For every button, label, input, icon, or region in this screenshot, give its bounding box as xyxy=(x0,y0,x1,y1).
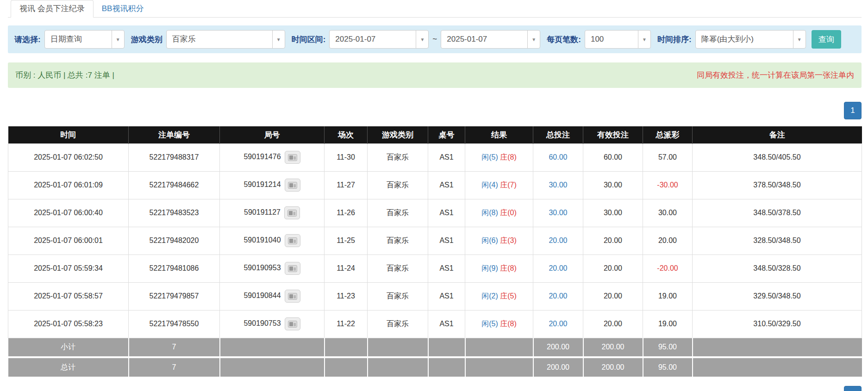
total-bet-link[interactable]: 20.00 xyxy=(549,236,567,244)
date-to-value: 2025-01-07 xyxy=(441,31,527,48)
total-bet-link[interactable]: 30.00 xyxy=(549,209,567,217)
cell-total-bet: 30.00 xyxy=(533,171,583,199)
cell-total-bet: 20.00 xyxy=(533,310,583,338)
total-row-label: 总计 xyxy=(8,357,129,377)
result-banker: 庄(3) xyxy=(500,236,517,244)
total-row-payout: 95.00 xyxy=(643,357,693,377)
select-mode-label: 请选择: xyxy=(14,34,41,45)
table-row: 2025-01-07 05:59:34522179481086590190953… xyxy=(8,254,862,282)
round-number: 590190953 xyxy=(244,264,281,272)
round-replay-button[interactable] xyxy=(285,317,300,330)
total-bet-link[interactable]: 60.00 xyxy=(549,153,567,161)
column-header: 游戏类别 xyxy=(368,126,428,143)
cell-result: 闲(6) 庄(3) xyxy=(465,227,533,254)
tab-label: BB视讯积分 xyxy=(102,4,144,13)
result-player: 闲(2) xyxy=(481,292,498,300)
date-to-select[interactable]: 2025-01-07 ▼ xyxy=(441,30,540,49)
result-player: 闲(4) xyxy=(481,181,498,189)
cell-round: 590190953 xyxy=(220,254,325,282)
game-type-value: 百家乐 xyxy=(167,31,272,48)
page-size-select[interactable]: 100 ▼ xyxy=(585,30,651,49)
cell-session: 11-24 xyxy=(325,254,368,282)
round-replay-button[interactable] xyxy=(284,206,300,219)
cell-game-type: 百家乐 xyxy=(368,227,428,254)
query-mode-value: 日期查询 xyxy=(45,31,112,48)
table-row: 2025-01-07 06:00:40522179483523590191127… xyxy=(8,199,862,227)
chevron-down-icon: ▼ xyxy=(793,31,806,48)
sort-order-select[interactable]: 降幂(由大到小) ▼ xyxy=(695,30,806,49)
cell-payout: 19.00 xyxy=(643,310,693,338)
cell-session: 11-22 xyxy=(325,310,368,338)
total-row-count: 7 xyxy=(129,357,220,377)
subtotal-row-label: 小计 xyxy=(8,338,129,357)
column-header: 总投注 xyxy=(533,126,583,143)
round-replay-button[interactable] xyxy=(285,179,300,192)
replay-icon xyxy=(288,321,297,328)
empty-cell xyxy=(220,357,325,377)
chevron-down-icon: ▼ xyxy=(272,31,285,48)
column-header: 桌号 xyxy=(428,126,465,143)
total-bet-link[interactable]: 20.00 xyxy=(549,264,567,272)
cell-remark: 310.50/329.50 xyxy=(693,310,862,338)
table-row: 2025-01-07 05:58:23522179478550590190753… xyxy=(8,310,862,338)
column-header: 结果 xyxy=(465,126,533,143)
cell-remark: 348.50/378.50 xyxy=(693,199,862,227)
empty-cell xyxy=(428,338,465,357)
cell-total-bet: 20.00 xyxy=(533,227,583,254)
cell-remark: 328.50/348.50 xyxy=(693,227,862,254)
cell-remark: 329.50/348.50 xyxy=(693,282,862,310)
result-player: 闲(9) xyxy=(481,264,498,272)
cell-round: 590190753 xyxy=(220,310,325,338)
total-bet-link[interactable]: 20.00 xyxy=(549,320,567,328)
total-bet-link[interactable]: 20.00 xyxy=(549,292,567,300)
round-replay-button[interactable] xyxy=(285,262,300,275)
page-button-1[interactable]: 1 xyxy=(844,102,862,119)
bet-records-table: 时间注单编号局号场次游戏类别桌号结果总投注有效投注总派彩备注 2025-01-0… xyxy=(8,126,862,377)
cell-game-type: 百家乐 xyxy=(368,254,428,282)
cell-payout: 57.00 xyxy=(643,143,693,171)
game-type-label: 游戏类别 xyxy=(131,34,162,45)
replay-icon xyxy=(288,265,297,272)
page-size-label: 每页笔数: xyxy=(547,34,581,45)
game-type-select[interactable]: 百家乐 ▼ xyxy=(166,30,285,49)
pagination-bottom: 1 xyxy=(8,386,862,391)
tab-bb-video-points[interactable]: BB视讯积分 xyxy=(94,0,152,17)
query-mode-select[interactable]: 日期查询 ▼ xyxy=(44,30,125,49)
cell-bet-id: 522179478550 xyxy=(129,310,220,338)
cell-bet-id: 522179484662 xyxy=(129,171,220,199)
cell-payout: 20.00 xyxy=(643,227,693,254)
cell-session: 11-27 xyxy=(325,171,368,199)
column-header: 备注 xyxy=(693,126,862,143)
time-range-label: 时间区间: xyxy=(292,34,326,45)
chevron-down-icon: ▼ xyxy=(112,31,124,48)
round-number: 590191476 xyxy=(244,153,281,161)
cell-payout: -30.00 xyxy=(643,171,693,199)
round-replay-button[interactable] xyxy=(285,151,300,164)
date-from-value: 2025-01-07 xyxy=(330,31,416,48)
replay-icon xyxy=(288,154,297,161)
replay-icon xyxy=(288,182,297,189)
cell-result: 闲(4) 庄(7) xyxy=(465,171,533,199)
result-banker: 庄(5) xyxy=(500,292,517,300)
cell-payout: -20.00 xyxy=(643,254,693,282)
cell-round: 590191127 xyxy=(220,199,325,227)
round-replay-button[interactable] xyxy=(285,290,300,303)
page-button-1[interactable]: 1 xyxy=(844,386,862,391)
cell-game-type: 百家乐 xyxy=(368,199,428,227)
cell-bet-id: 522179479857 xyxy=(129,282,220,310)
currency-total-text: 币别 : 人民币 | 总共 :7 注单 | xyxy=(15,70,114,81)
subtotal-row-count: 7 xyxy=(129,338,220,357)
search-button[interactable]: 查询 xyxy=(812,30,841,49)
cell-time: 2025-01-07 05:58:57 xyxy=(8,282,129,310)
cell-remark: 348.50/405.50 xyxy=(693,143,862,171)
total-bet-link[interactable]: 30.00 xyxy=(549,181,567,189)
round-replay-button[interactable] xyxy=(285,234,300,247)
tab-member-bet-records[interactable]: 视讯 会员下注纪录 xyxy=(11,0,94,18)
cell-time: 2025-01-07 05:59:34 xyxy=(8,254,129,282)
cell-session: 11-30 xyxy=(325,143,368,171)
subtotal-row-payout: 95.00 xyxy=(643,338,693,357)
cell-remark: 348.50/328.50 xyxy=(693,254,862,282)
date-from-select[interactable]: 2025-01-07 ▼ xyxy=(329,30,429,49)
cell-session: 11-25 xyxy=(325,227,368,254)
cell-result: 闲(2) 庄(5) xyxy=(465,282,533,310)
